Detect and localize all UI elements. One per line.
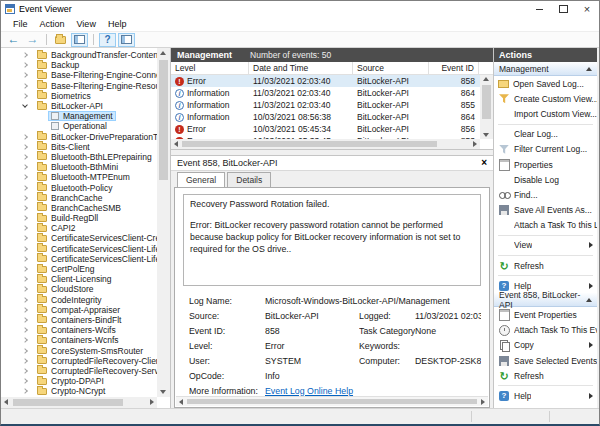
action-view[interactable]: View	[494, 238, 597, 253]
scroll-right-icon[interactable]	[473, 141, 477, 147]
expand-icon[interactable]	[22, 215, 28, 221]
tree-vertical-scrollbar[interactable]	[157, 48, 170, 397]
action-attach-task-to-this-eve[interactable]: Attach Task To This Eve...	[494, 323, 597, 338]
tree-item-containers-wcifs[interactable]: Containers-Wcifs	[1, 325, 157, 335]
expand-icon[interactable]	[22, 52, 28, 58]
actions-section-event-858-bitlocker-api[interactable]: Event 858, BitLocker-API	[494, 293, 597, 307]
tree-item-biometrics[interactable]: Biometrics	[1, 91, 157, 101]
tree-item-codeintegrity[interactable]: CodeIntegrity	[1, 295, 157, 305]
scroll-up-icon[interactable]	[160, 51, 166, 55]
expand-icon[interactable]	[22, 266, 28, 272]
action-attach-a-task-to-this-l[interactable]: Attach a Task To this L...	[494, 218, 597, 233]
expand-icon[interactable]	[22, 154, 28, 160]
tree-item-backup[interactable]: Backup	[1, 60, 157, 70]
tree-item-containers-wcnfs[interactable]: Containers-Wcnfs	[1, 335, 157, 345]
action-find[interactable]: Find...	[494, 187, 597, 202]
tab-general[interactable]: General	[177, 172, 225, 187]
event-description[interactable]: Recovery Password Rotation failed.Error:…	[183, 194, 481, 286]
tree-item-bluetooth-bthleprepairing[interactable]: Bluetooth-BthLEPrepairing	[1, 152, 157, 162]
scrollbar-thumb[interactable]	[159, 60, 168, 180]
show-hide-console-tree-button[interactable]	[52, 33, 69, 47]
tab-details[interactable]: Details	[227, 172, 271, 187]
scroll-right-icon[interactable]	[150, 399, 154, 405]
tree-item-operational[interactable]: Operational	[1, 121, 157, 131]
properties-button[interactable]	[71, 33, 88, 47]
tree-item-build-regdll[interactable]: Build-RegDll	[1, 213, 157, 223]
tree-item-corruptedfilerecovery-server[interactable]: CorruptedFileRecovery-Server	[1, 366, 157, 376]
back-button[interactable]	[5, 33, 22, 47]
menu-help[interactable]: Help	[102, 19, 133, 29]
collapse-icon[interactable]	[586, 67, 592, 71]
menu-action[interactable]: Action	[34, 19, 71, 29]
tree-item-bitlocker-api[interactable]: BitLocker-API	[1, 101, 157, 111]
forward-button[interactable]	[24, 33, 41, 47]
tree-item-bluetooth-bthmini[interactable]: Bluetooth-BthMini	[1, 162, 157, 172]
events-vertical-scrollbar[interactable]	[480, 75, 493, 139]
expand-icon[interactable]	[22, 317, 28, 323]
event-row[interactable]: iInformation10/03/2021 08:56:38BitLocker…	[171, 111, 480, 123]
tree-item-bits-client[interactable]: Bits-Client	[1, 142, 157, 152]
minimize-button[interactable]	[527, 1, 551, 17]
expand-icon[interactable]	[22, 378, 28, 384]
event-row[interactable]: !Error11/03/2021 02:03:40BitLocker-API85…	[171, 75, 480, 87]
scroll-left-icon[interactable]	[179, 399, 183, 405]
scrollbar-thumb[interactable]	[13, 399, 123, 406]
expand-icon[interactable]	[22, 236, 28, 242]
expand-icon[interactable]	[22, 62, 28, 68]
expand-icon[interactable]	[22, 348, 28, 354]
scroll-right-icon[interactable]	[481, 399, 485, 405]
expand-icon[interactable]	[22, 93, 28, 99]
expand-icon[interactable]	[22, 297, 28, 303]
action-disable-log[interactable]: Disable Log	[494, 172, 597, 187]
action-save-selected-events[interactable]: Save Selected Events...	[494, 353, 597, 368]
action-filter-current-log[interactable]: Filter Current Log...	[494, 142, 597, 157]
scroll-up-icon[interactable]	[483, 77, 489, 81]
expand-icon[interactable]	[22, 388, 28, 394]
tree-item-management[interactable]: Management	[1, 111, 157, 121]
tree-item-crypto-ncrypt[interactable]: Crypto-NCrypt	[1, 386, 157, 396]
action-clear-log[interactable]: Clear Log...	[494, 127, 597, 142]
action-help[interactable]: Help	[494, 388, 597, 403]
event-row[interactable]: iInformation11/03/2021 02:03:40BitLocker…	[171, 99, 480, 111]
close-button[interactable]: ×	[575, 1, 599, 17]
tree-horizontal-scrollbar[interactable]	[1, 397, 157, 408]
menu-file[interactable]: File	[7, 19, 34, 29]
action-open-saved-log[interactable]: Open Saved Log...	[494, 76, 597, 91]
scrollbar-thumb[interactable]	[182, 141, 437, 147]
expand-icon[interactable]	[22, 246, 28, 252]
menu-view[interactable]: View	[71, 19, 102, 29]
tree-item-bluetooth-policy[interactable]: Bluetooth-Policy	[1, 182, 157, 192]
expand-icon[interactable]	[22, 144, 28, 150]
show-hide-action-pane-button[interactable]	[118, 33, 135, 47]
expand-icon[interactable]	[22, 134, 28, 140]
expand-icon[interactable]	[22, 368, 28, 374]
scrollbar-thumb[interactable]	[187, 399, 477, 404]
close-detail-icon[interactable]: ×	[481, 158, 487, 168]
expand-icon[interactable]	[22, 185, 28, 191]
tree-item-bluetooth-mtpenum[interactable]: Bluetooth-MTPEnum	[1, 172, 157, 182]
action-copy[interactable]: Copy	[494, 338, 597, 353]
column-header-date-and-time[interactable]: Date and Time	[249, 62, 353, 74]
tree-item-certificateservicesclient-lifecycle[interactable]: CertificateServicesClient-Lifecycle	[1, 244, 157, 254]
event-row[interactable]: !Error10/03/2021 05:45:34BitLocker-API85…	[171, 123, 480, 135]
tree-item-certificateservicesclient-lifecycle[interactable]: CertificateServicesClient-Lifecycle	[1, 254, 157, 264]
expand-icon[interactable]	[22, 327, 28, 333]
tree-item-compat-appraiser[interactable]: Compat-Appraiser	[1, 305, 157, 315]
event-row[interactable]: iInformation11/03/2021 02:03:40BitLocker…	[171, 87, 480, 99]
scroll-left-icon[interactable]	[4, 399, 8, 405]
tree-item-certificateservicesclient-credenti[interactable]: CertificateServicesClient-Credenti	[1, 233, 157, 243]
action-refresh[interactable]: Refresh	[494, 368, 597, 383]
tree-item-branchcache[interactable]: BranchCache	[1, 193, 157, 203]
expand-icon[interactable]	[22, 205, 28, 211]
scrollbar-thumb[interactable]	[482, 85, 491, 119]
tree-item-base-filtering-engine-connection[interactable]: Base-Filtering-Engine-Connection	[1, 70, 157, 80]
expand-icon[interactable]	[22, 83, 28, 89]
collapse-icon[interactable]	[22, 102, 28, 108]
expand-icon[interactable]	[22, 256, 28, 262]
expand-icon[interactable]	[22, 276, 28, 282]
tree-item-corruptedfilerecovery-client[interactable]: CorruptedFileRecovery-Client	[1, 356, 157, 366]
tree-item-client-licensing[interactable]: Client-Licensing	[1, 274, 157, 284]
expand-icon[interactable]	[22, 358, 28, 364]
scroll-down-icon[interactable]	[160, 390, 166, 394]
collapse-icon[interactable]	[586, 298, 592, 302]
